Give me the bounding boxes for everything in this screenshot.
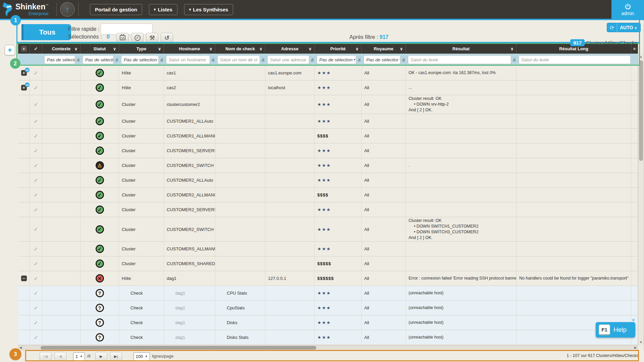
- help-close-icon[interactable]: ×: [632, 317, 635, 322]
- table-row[interactable]: ✓✓ClusterCUSTOMER2_ALLAuto★★★All: [18, 173, 638, 188]
- header-expand-all[interactable]: +: [18, 44, 30, 54]
- column-header-royaume[interactable]: Royaume∨: [362, 44, 406, 54]
- row-select-cell[interactable]: ✓: [30, 114, 42, 128]
- menu-item-les-synth-ses[interactable]: ▾Les Synthèses: [184, 4, 233, 15]
- row-end-cell: [631, 143, 638, 158]
- table-row[interactable]: ✓✓ClusterCUSTOMER2_ALLMANU$$$$All: [18, 188, 638, 202]
- table-row[interactable]: ✓✓ClusterCUSTOMER2_SERVERS★★★All: [18, 202, 638, 217]
- column-header-type[interactable]: Type∨: [119, 44, 164, 54]
- row-select-cell[interactable]: ✓: [30, 217, 42, 241]
- row-select-cell[interactable]: ✓: [30, 173, 42, 187]
- table-row[interactable]: ✓✓ClusterCUSTOMERS_ALLMANU★★★All: [18, 242, 638, 256]
- row-select-cell[interactable]: ✓: [30, 129, 42, 143]
- table-row[interactable]: ✓?Checkdag1CPU Stats★★★All(unreachable h…: [18, 286, 638, 301]
- table-row[interactable]: ✓✓ClusterCUSTOMER1_SERVERS★★★All: [18, 143, 638, 158]
- row-select-cell[interactable]: ✓: [30, 301, 42, 315]
- header-select-all[interactable]: ✓: [30, 44, 42, 54]
- chevron-down-icon[interactable]: ∨: [259, 47, 262, 51]
- column-filter-select[interactable]: Pas de sélection▼: [121, 55, 159, 64]
- row-select-cell[interactable]: ✓: [30, 66, 42, 80]
- column-header-nom-de-check[interactable]: Nom de check∨: [215, 44, 265, 54]
- last-page-button[interactable]: ▶|: [110, 352, 122, 361]
- expand-row-button[interactable]: +15: [21, 70, 27, 76]
- table-row[interactable]: −✓✕Hôtedag1127.0.0.1$$$$$$AllError : con…: [18, 271, 638, 286]
- row-select-cell[interactable]: ✓: [30, 286, 42, 300]
- scroll-right-icon[interactable]: ▶: [634, 346, 637, 349]
- auto-button[interactable]: AUTO◐: [617, 23, 640, 32]
- chevron-down-icon[interactable]: ∨: [113, 47, 116, 51]
- vertical-scrollbar-thumb[interactable]: [639, 60, 643, 161]
- column-filter-select[interactable]: Pas de sélectior▼: [364, 55, 400, 64]
- table-row[interactable]: ✓✓ClusterCUSTOMER1_ALLAuto★★★All: [18, 114, 638, 129]
- table-row[interactable]: +15✓✓Hôtecas1cas1.europe.com★★★AllOK - c…: [18, 66, 638, 80]
- row-select-cell[interactable]: ✓: [30, 330, 42, 345]
- table-row[interactable]: ✓?Checkdag1Disks Stats★★★All(unreachable…: [18, 330, 638, 345]
- row-select-cell[interactable]: ✓: [30, 256, 42, 271]
- expand-row-button[interactable]: +15: [21, 85, 27, 90]
- add-tab-button[interactable]: +: [5, 45, 15, 55]
- vertical-scrollbar[interactable]: ▲ ▼: [638, 54, 644, 345]
- validate-button[interactable]: ✓: [131, 33, 144, 43]
- refresh-button[interactable]: ⟳: [607, 23, 617, 32]
- next-page-button[interactable]: ▶: [95, 352, 107, 361]
- table-row[interactable]: ✓✓ClusterCUSTOMERS_SHARED$$$$$All: [18, 256, 638, 271]
- menu-item-listes[interactable]: ▾Listes: [149, 4, 177, 15]
- shinken-logo[interactable]: Shinken™ Enterprise: [2, 2, 53, 17]
- tools-button[interactable]: ⚒: [146, 33, 158, 43]
- row-select-cell[interactable]: ✓: [30, 158, 42, 173]
- calendar-button[interactable]: 15: [116, 33, 129, 43]
- chevron-down-icon[interactable]: ∨: [209, 47, 212, 51]
- chevron-down-icon[interactable]: ∨: [309, 47, 312, 51]
- horizontal-scrollbar-thumb[interactable]: [41, 346, 316, 350]
- row-select-cell[interactable]: ✓: [30, 80, 42, 95]
- user-menu[interactable]: admin: [611, 0, 644, 19]
- column-filter-select[interactable]: Pas de sélecti▼: [44, 55, 75, 64]
- table-row[interactable]: ✓✓ClusterCUSTOMER2_SWITCH★★★AllCluster r…: [18, 217, 638, 242]
- row-select-cell[interactable]: ✓: [30, 188, 42, 202]
- column-filter-input[interactable]: [408, 55, 511, 64]
- chevron-down-icon[interactable]: ∨: [356, 47, 359, 51]
- scroll-left-icon[interactable]: ◀: [19, 346, 22, 349]
- table-row[interactable]: ✓⚠ClusterCUSTOMER1_SWITCH★★★All.: [18, 158, 638, 173]
- column-filter-select[interactable]: Pas de sélection▼: [317, 55, 356, 64]
- chevron-down-icon[interactable]: ∨: [158, 47, 161, 51]
- scroll-down-icon[interactable]: ▼: [638, 341, 644, 344]
- column-header-adresse[interactable]: Adresse∨: [265, 44, 315, 54]
- chevron-down-icon[interactable]: ∨: [74, 47, 77, 51]
- row-select-cell[interactable]: ✓: [30, 202, 42, 217]
- row-select-cell[interactable]: ✓: [30, 143, 42, 158]
- collapse-row-button[interactable]: −: [21, 276, 27, 281]
- column-header-statut[interactable]: Statut∨: [80, 44, 119, 54]
- column-filter-input[interactable]: [519, 55, 631, 64]
- chevron-down-icon[interactable]: ∨: [400, 47, 403, 51]
- help-widget[interactable]: × F1 Help: [596, 322, 635, 338]
- page-select[interactable]: 1▼: [73, 352, 85, 361]
- column-filter-input[interactable]: [267, 55, 309, 64]
- chevron-down-icon[interactable]: ∨: [511, 47, 514, 51]
- table-row[interactable]: ✓✓Clusterclustercustomer2★★★AllCluster r…: [18, 95, 638, 114]
- row-select-cell[interactable]: ✓: [30, 315, 42, 330]
- per-page-select[interactable]: 100▼: [133, 352, 150, 361]
- scroll-up-icon[interactable]: ▲: [638, 55, 644, 58]
- table-row[interactable]: ✓?Checkdag1Disks★★★All(unreachable host): [18, 315, 638, 330]
- column-header-r-sultat[interactable]: Résultat∨: [406, 44, 517, 54]
- horizontal-scrollbar[interactable]: ◀ ▶: [18, 345, 638, 350]
- menu-item-portail-de-gestion[interactable]: Portail de gestion: [90, 4, 142, 15]
- undo-button[interactable]: ↺: [161, 33, 173, 43]
- column-header-hostname[interactable]: Hostname∨: [164, 44, 215, 54]
- table-row[interactable]: ✓?Checkdag1CpuStats★★★All(unreachable ho…: [18, 301, 638, 315]
- first-page-button[interactable]: |◀: [40, 352, 52, 361]
- column-filter-input[interactable]: [166, 55, 210, 64]
- column-header-contexte[interactable]: Contexte∨: [42, 44, 80, 54]
- scroll-top-button[interactable]: ↑: [60, 2, 75, 17]
- prev-page-button[interactable]: ◀: [54, 352, 66, 361]
- table-row[interactable]: ✓✓ClusterCUSTOMER1_ALLMANU$$$$All: [18, 129, 638, 143]
- row-select-cell[interactable]: ✓: [30, 271, 42, 286]
- column-header-priorit-[interactable]: Priorité∨: [315, 44, 362, 54]
- column-filter-select[interactable]: Pas de sélecti▼: [83, 55, 114, 64]
- row-select-cell[interactable]: ✓: [30, 95, 42, 114]
- column-filter-input[interactable]: [217, 55, 260, 64]
- table-row[interactable]: +15✓✓Hôtecas2localhost★★★All...: [18, 80, 638, 95]
- row-select-cell[interactable]: ✓: [30, 242, 42, 256]
- tab-tous[interactable]: Tous: [23, 24, 71, 40]
